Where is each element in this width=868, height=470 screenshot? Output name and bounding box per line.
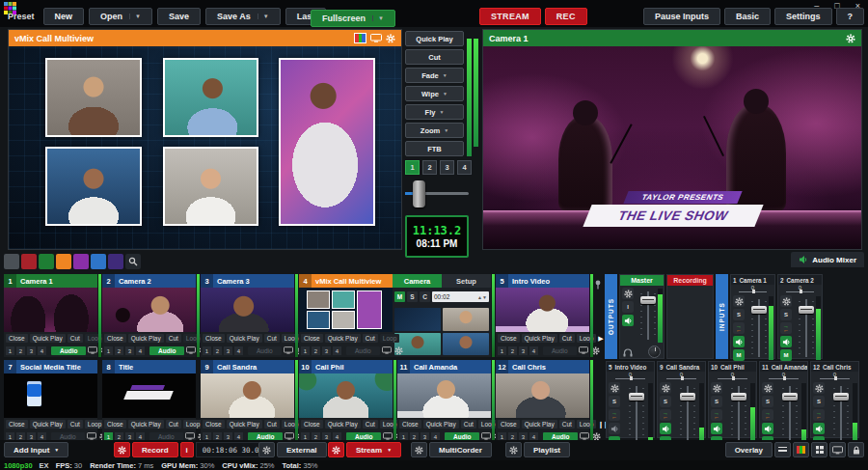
overlay-4-button[interactable]: 4: [529, 346, 538, 355]
record-info-button[interactable]: i: [180, 442, 194, 457]
cut-button[interactable]: Cut: [264, 420, 280, 429]
record-button[interactable]: Record: [132, 442, 178, 457]
bus-routing-button[interactable]: →←: [711, 409, 722, 421]
lock-icon[interactable]: [848, 442, 864, 457]
file-button-save-as[interactable]: Save As▼: [205, 8, 281, 25]
gear-icon[interactable]: [386, 34, 395, 43]
file-button-save[interactable]: Save: [157, 8, 201, 25]
stream-button[interactable]: Stream▼: [346, 442, 401, 457]
call-camera-thumb[interactable]: [443, 308, 489, 331]
overlay-3-button[interactable]: 3: [224, 346, 232, 355]
input-header[interactable]: 12Call Chris: [496, 360, 589, 373]
quick-play-button[interactable]: Quick Play: [325, 334, 361, 343]
cut-button[interactable]: Cut: [166, 420, 181, 429]
speaker-mute-button[interactable]: [813, 423, 825, 434]
input-header[interactable]: 9Call Sandra: [201, 360, 294, 373]
overlay-1-button[interactable]: 1: [104, 346, 113, 355]
external-settings-gear[interactable]: [258, 442, 275, 457]
input-header[interactable]: 8Title: [102, 360, 196, 373]
speaker-mute-button[interactable]: [609, 423, 620, 434]
input-thumbnail[interactable]: [102, 288, 196, 332]
transition-preset-1[interactable]: 1: [405, 160, 420, 175]
record-settings-gear[interactable]: [114, 442, 130, 457]
overlay-3-button[interactable]: 3: [125, 346, 134, 355]
cut-button[interactable]: Cut: [363, 420, 378, 429]
audio-toggle-button[interactable]: Audio: [248, 346, 282, 355]
input-thumbnail[interactable]: [201, 288, 294, 332]
gear-icon[interactable]: [660, 382, 671, 394]
fader-handle[interactable]: [680, 393, 695, 401]
fullscreen-monitor-icon[interactable]: [829, 442, 846, 457]
pan-slider[interactable]: 0: [658, 372, 705, 380]
rec-status-button[interactable]: REC: [545, 8, 587, 25]
close-button[interactable]: Close: [104, 334, 126, 343]
close-button[interactable]: Close: [6, 420, 28, 429]
category-tab-6[interactable]: [91, 254, 106, 269]
close-button[interactable]: Close: [203, 334, 225, 343]
input-thumbnail[interactable]: [397, 373, 491, 418]
overlay-3-button[interactable]: 3: [27, 346, 36, 355]
cut-button[interactable]: Cut: [166, 334, 181, 343]
gear-icon[interactable]: [846, 34, 855, 43]
input-header[interactable]: 1Camera 1: [4, 274, 97, 288]
input-header[interactable]: 10Call Phil: [299, 360, 393, 373]
fullscreen-monitor-icon[interactable]: [186, 346, 196, 355]
input-thumbnail[interactable]: [496, 373, 589, 418]
t-bar-handle[interactable]: [413, 180, 425, 207]
solo-button[interactable]: S: [780, 309, 792, 320]
speaker-mute-button[interactable]: [762, 423, 773, 434]
overlay-1-button[interactable]: 1: [301, 346, 310, 355]
transition-cut-button[interactable]: Cut: [405, 49, 464, 65]
pan-slider[interactable]: 0: [811, 372, 858, 380]
bus-routing-button[interactable]: →←: [660, 409, 671, 421]
stream-status-button[interactable]: STREAM: [479, 8, 541, 25]
quick-play-button[interactable]: Quick Play: [423, 420, 459, 429]
solo-button[interactable]: S: [762, 396, 773, 407]
call-s-button[interactable]: S: [407, 291, 418, 302]
input-thumbnail[interactable]: [299, 288, 393, 332]
cut-button[interactable]: Cut: [68, 420, 83, 429]
input-3[interactable]: 3Camera 3CloseQuick PlayCutLoop1234Audio: [201, 274, 294, 357]
overlay-3-button[interactable]: 3: [322, 346, 331, 355]
fader-handle[interactable]: [751, 306, 767, 314]
audio-mixer-tab[interactable]: Audio Mixer: [791, 252, 864, 267]
gear-icon[interactable]: [609, 382, 620, 394]
speaker-mute-button[interactable]: [660, 423, 671, 434]
pan-slider[interactable]: 0: [778, 285, 822, 293]
preview-video[interactable]: [9, 46, 401, 249]
playlist-button[interactable]: Playlist: [524, 442, 570, 457]
fader-handle[interactable]: [833, 393, 849, 401]
external-button[interactable]: External: [277, 442, 327, 457]
transition-preset-4[interactable]: 4: [457, 160, 472, 175]
bus-routing-button[interactable]: →←: [609, 409, 620, 421]
input-thumbnail[interactable]: [299, 373, 393, 418]
quick-play-button[interactable]: Quick Play: [30, 420, 66, 429]
overlay-2-button[interactable]: 2: [312, 346, 320, 355]
close-button[interactable]: Close: [301, 420, 323, 429]
input-header[interactable]: 3Camera 3: [201, 274, 294, 288]
quick-play-button[interactable]: Quick Play: [30, 334, 66, 343]
call-m-button[interactable]: M: [394, 291, 405, 302]
input-thumbnail[interactable]: [4, 288, 97, 332]
transition-preset-3[interactable]: 3: [440, 160, 454, 175]
gear-icon[interactable]: [780, 295, 792, 307]
category-tab-1[interactable]: [4, 254, 19, 269]
close-button[interactable]: Close: [498, 420, 520, 429]
overlay-4-button[interactable]: 4: [136, 346, 145, 355]
overlay-2-button[interactable]: 2: [16, 346, 25, 355]
quick-play-button[interactable]: Quick Play: [227, 420, 262, 429]
close-button[interactable]: Close: [498, 334, 520, 343]
input-8[interactable]: 8TitleCloseQuick PlayCutLoop▶1234Audio: [102, 360, 196, 443]
input-thumbnail[interactable]: [4, 373, 97, 418]
quick-play-button[interactable]: Quick Play: [325, 420, 361, 429]
fader-handle[interactable]: [799, 306, 814, 314]
cut-button[interactable]: Cut: [461, 420, 476, 429]
audio-toggle-button[interactable]: Audio: [543, 346, 577, 355]
solo-button[interactable]: S: [813, 396, 825, 407]
gear-icon[interactable]: [711, 382, 722, 394]
input-thumbnail[interactable]: [102, 373, 196, 418]
transition-preset-2[interactable]: 2: [422, 160, 437, 175]
call-camera-thumb[interactable]: [443, 333, 489, 356]
gear-icon[interactable]: [813, 382, 825, 394]
input-5[interactable]: 5Intro VideoCloseQuick PlayCutLoop▶1234A…: [496, 274, 589, 357]
